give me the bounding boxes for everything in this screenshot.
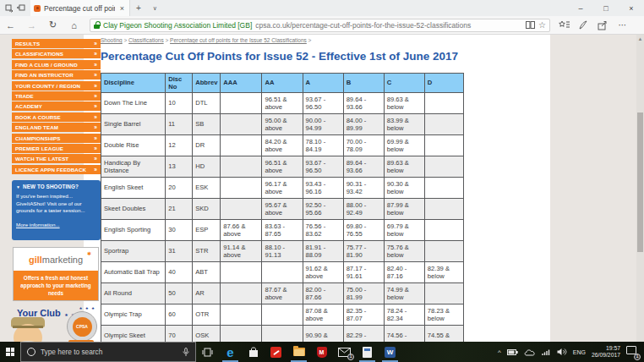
clock-date: 26/09/2017 [592,352,620,359]
show-hidden-icons-chevron[interactable]: ^ [498,348,501,356]
browser-tab[interactable]: Percentage cut off poin × [30,0,130,16]
sidebar-item-label: LICENCE APPN FEEDBACK [15,167,86,173]
breadcrumb-link[interactable]: Shooting [101,37,123,43]
tabs-aside-icon[interactable] [5,4,14,13]
table-cell: 96.17 & above [262,178,303,199]
chevron-right-icon: » [94,51,97,57]
vertical-scrollbar[interactable]: ▲ [636,35,644,342]
sidebar-item-premier-league[interactable]: PREMIER LEAGUE» [12,144,101,153]
table-header-cell: AAA [221,74,262,93]
your-club-widget[interactable]: Your Club ★ ★ ★ ★ ★ ★ ★ CPSA [12,304,101,342]
language-indicator[interactable]: ENG [573,349,586,355]
table-cell [221,199,262,220]
browser-actions: ⋯ [559,20,629,30]
chevron-right-icon: » [94,135,97,141]
microphone-icon[interactable] [183,348,189,357]
reading-view-icon[interactable] [526,21,535,29]
tab-close-icon[interactable]: × [118,4,126,13]
task-view-button[interactable] [196,342,219,362]
home-button[interactable]: ⌂ [63,20,85,30]
onedrive-cloud-icon[interactable] [524,348,536,356]
minimize-button[interactable]: – [568,0,593,16]
start-button[interactable] [0,342,20,362]
table-cell: 88.00 - 92.49 [343,199,384,220]
chevron-right-icon: » [94,83,97,89]
set-tabs-aside-icon[interactable] [17,4,25,13]
sidebar-item-england-team[interactable]: ENGLAND TEAM» [12,123,101,132]
more-options-icon[interactable]: ⋯ [617,20,629,30]
chevron-right-icon: » [94,114,97,120]
breadcrumb-link[interactable]: Percentage cut off points for the Issue … [170,37,307,43]
scrollbar-thumb[interactable] [637,112,643,252]
sidebar-item-academy[interactable]: ACADEMY» [12,101,101,111]
new-tab-button[interactable]: + [130,3,147,13]
sidebar-item-label: CLASSIFICATIONS [15,51,63,57]
network-signal-icon[interactable] [542,348,551,356]
file-explorer-icon[interactable] [287,342,310,362]
sidebar: RESULTS»CLASSIFICATIONS»FIND A CLUB / GR… [12,39,101,175]
mail-taskbar-icon[interactable]: 1 [333,342,356,362]
table-cell: 90.00 - 94.99 [303,114,343,135]
table-cell: 83.99 & below [384,114,424,135]
paint-red-app-icon[interactable] [265,342,287,362]
table-cell [221,135,262,156]
table-cell: Olympic Skeet [101,326,166,343]
main-content: Shooting > Classifications > Percentage … [101,37,466,342]
table-cell: 96.51 & above [262,156,303,178]
maximize-button[interactable]: □ [593,0,619,16]
sidebar-item-book-a-course[interactable]: BOOK A COURSE» [12,112,101,122]
breadcrumb-link[interactable]: Classifications [128,37,164,43]
sidebar-item-classifications[interactable]: CLASSIFICATIONS» [12,49,101,58]
sidebar-item-label: RESULTS [15,41,40,47]
sidebar-item-watch-the-latest[interactable]: WATCH THE LATEST» [12,154,101,163]
gill-marketing-ad[interactable]: gillmarketing ✱ Offers a fresh and hones… [13,247,99,301]
sidebar-item-label: YOUR COUNTY / REGION [15,83,80,89]
sidebar-item-trade[interactable]: TRADE» [12,91,101,101]
table-cell [221,178,262,199]
new-to-shooting-header[interactable]: ▼NEW TO SHOOTING? [16,184,96,189]
table-cell: 90.31 - 93.42 [343,178,384,199]
address-bar[interactable]: Clay Pigeon Shooting Association Limited… [90,19,550,32]
sidebar-item-championships[interactable]: CHAMPIONSHIPS» [12,134,101,143]
action-center-icon[interactable]: 1 [626,346,639,359]
ink-pen-icon[interactable] [578,20,590,30]
table-cell: 91.62 & above [303,262,343,283]
tab-preview-chevron-icon[interactable]: ∨ [147,5,163,12]
close-button[interactable]: × [619,0,644,16]
calculator-icon[interactable] [356,342,379,362]
edge-taskbar-icon[interactable]: e [219,342,242,362]
forward-button[interactable]: → [21,20,42,30]
volume-icon[interactable] [557,348,567,356]
table-cell: ABT [193,262,221,283]
more-information-link[interactable]: More information... [16,222,60,228]
sidebar-item-label: ENGLAND TEAM [15,124,58,130]
sidebar-item-licence-appn-feedback[interactable]: LICENCE APPN FEEDBACK» [12,165,101,174]
table-cell: 40 [166,262,193,283]
windows-logo-icon [6,348,14,356]
battery-icon[interactable] [507,348,518,356]
share-icon[interactable] [598,20,609,30]
table-cell: 89.64 - 93.66 [343,156,384,178]
taskbar: Type here to search e M 1 W ^ [0,342,644,362]
tab-management [0,4,30,13]
table-cell: 89.63 & below [384,156,424,178]
triangle-icon: ▼ [16,184,20,189]
scroll-up-arrow-icon[interactable]: ▲ [638,36,643,41]
refresh-button[interactable]: ↻ [42,19,63,30]
sidebar-item-find-an-instructor[interactable]: FIND AN INSTRUCTOR» [12,70,101,80]
table-header-cell: A [303,74,343,93]
chevron-right-icon: » [94,41,97,47]
store-taskbar-icon[interactable] [242,342,265,362]
search-placeholder: Type here to search [41,348,177,356]
sidebar-item-your-county-region[interactable]: YOUR COUNTY / REGION» [12,81,101,90]
sidebar-item-find-a-club-ground[interactable]: FIND A CLUB / GROUND» [12,60,101,69]
table-row: Olympic Trap60OTR87.08 & above82.35 - 87… [101,304,464,326]
taskbar-clock[interactable]: 19:57 26/09/2017 [592,345,620,359]
taskbar-search-box[interactable]: Type here to search [20,342,196,362]
word-taskbar-icon[interactable]: W [379,342,401,362]
mcafee-icon[interactable]: M [310,342,333,362]
back-button[interactable]: ← [0,20,21,30]
hub-favorites-icon[interactable] [559,20,570,30]
sidebar-item-results[interactable]: RESULTS» [12,39,101,48]
add-favorite-star-icon[interactable]: ☆ [538,20,546,30]
